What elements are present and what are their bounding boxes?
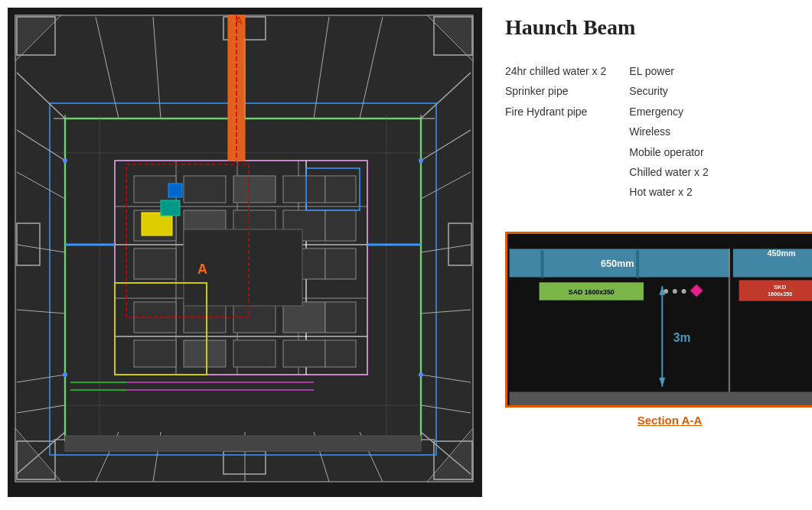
floor-plan: A A bbox=[8, 8, 482, 497]
legend-item: Emergency bbox=[629, 103, 709, 120]
svg-text:SAD 1600x350: SAD 1600x350 bbox=[569, 288, 615, 296]
svg-rect-44 bbox=[134, 249, 176, 279]
legend-item: Mobile operator bbox=[629, 144, 709, 161]
svg-text:3m: 3m bbox=[673, 331, 691, 344]
svg-rect-65 bbox=[161, 200, 180, 216]
legend-item: Wireless bbox=[629, 123, 709, 140]
svg-point-116 bbox=[682, 289, 686, 294]
svg-rect-55 bbox=[184, 340, 226, 367]
svg-rect-128 bbox=[510, 391, 812, 405]
svg-rect-48 bbox=[325, 249, 356, 279]
legend-item: Chilled water x 2 bbox=[629, 164, 709, 180]
svg-text:650mm: 650mm bbox=[601, 258, 634, 269]
svg-rect-52 bbox=[283, 302, 325, 333]
title-section: Haunch Beam bbox=[505, 15, 812, 40]
svg-point-115 bbox=[673, 289, 677, 294]
svg-point-104 bbox=[419, 372, 423, 377]
svg-point-101 bbox=[63, 158, 67, 163]
legend-section: 24hr chilled water x 2 Sprinker pipe Fir… bbox=[505, 63, 812, 201]
svg-rect-53 bbox=[325, 302, 356, 333]
svg-point-103 bbox=[63, 372, 67, 377]
svg-rect-105 bbox=[65, 436, 421, 451]
svg-rect-43 bbox=[325, 210, 356, 241]
svg-rect-58 bbox=[325, 340, 356, 367]
svg-rect-38 bbox=[325, 176, 356, 203]
svg-point-102 bbox=[419, 158, 423, 163]
legend-col-2: EL power Security Emergency Wireless Mob… bbox=[629, 63, 709, 201]
legend-item: 24hr chilled water x 2 bbox=[505, 63, 606, 80]
page-title: Haunch Beam bbox=[505, 15, 812, 40]
legend-col-1: 24hr chilled water x 2 Sprinker pipe Fir… bbox=[505, 63, 606, 201]
svg-rect-35 bbox=[184, 176, 226, 203]
legend-item: Security bbox=[629, 83, 709, 99]
info-panel: Haunch Beam 24hr chilled water x 2 Sprin… bbox=[490, 8, 812, 502]
svg-rect-57 bbox=[283, 340, 325, 367]
svg-text:450mm: 450mm bbox=[768, 249, 796, 258]
section-link[interactable]: Section A-A bbox=[638, 414, 702, 427]
svg-rect-130 bbox=[636, 250, 639, 278]
legend-item: Fire Hydrant pipe bbox=[505, 103, 606, 120]
svg-rect-37 bbox=[283, 176, 325, 203]
svg-rect-129 bbox=[541, 250, 544, 278]
svg-text:1600x350: 1600x350 bbox=[768, 291, 792, 297]
svg-rect-66 bbox=[168, 184, 182, 197]
svg-rect-56 bbox=[233, 340, 276, 367]
legend-item: Sprinker pipe bbox=[505, 83, 606, 99]
svg-rect-54 bbox=[134, 340, 176, 367]
section-label[interactable]: Section A-A bbox=[505, 414, 812, 427]
svg-text:A: A bbox=[197, 261, 207, 277]
legend-item: EL power bbox=[629, 63, 709, 80]
svg-rect-36 bbox=[233, 176, 276, 203]
section-diagram: 650mm 450mm SAD 1600x350 bbox=[505, 232, 812, 408]
svg-text:SKD: SKD bbox=[774, 284, 787, 291]
legend-item: Hot water x 2 bbox=[629, 184, 709, 200]
